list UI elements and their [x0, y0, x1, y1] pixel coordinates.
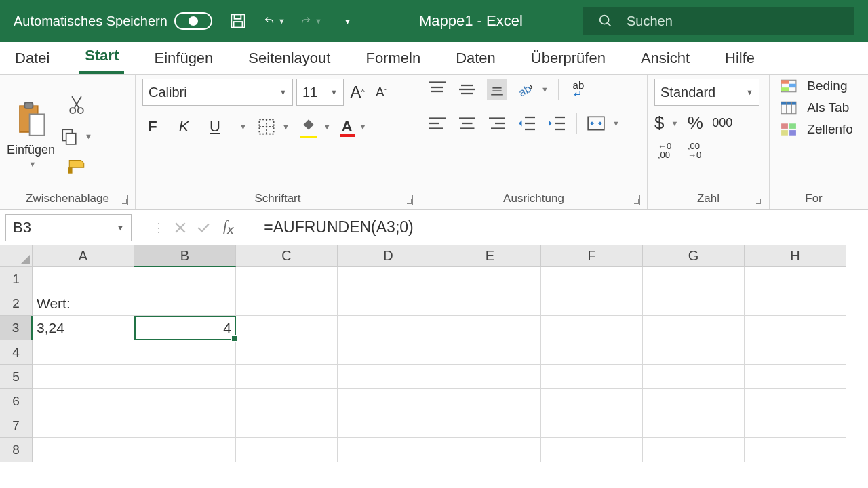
- row-header-7[interactable]: 7: [0, 413, 33, 438]
- number-launcher[interactable]: [752, 195, 762, 205]
- cell-f1[interactable]: [541, 267, 643, 291]
- cell-e5[interactable]: [439, 365, 541, 389]
- cell-f6[interactable]: [541, 389, 643, 413]
- col-header-a[interactable]: A: [33, 245, 134, 267]
- wrap-text-icon[interactable]: ab↵: [568, 79, 589, 100]
- spreadsheet-grid[interactable]: A B C D E F G H 1 2Wert: 33,244 4 5 6 7 …: [0, 245, 868, 462]
- row-header-2[interactable]: 2: [0, 291, 33, 316]
- cell-h1[interactable]: [745, 267, 846, 291]
- cell-d1[interactable]: [338, 267, 439, 291]
- decrease-decimal-icon[interactable]: ,00→0: [684, 140, 705, 161]
- merge-button[interactable]: ▼: [587, 115, 620, 131]
- conditional-format-button[interactable]: Beding: [781, 79, 847, 94]
- cell-e1[interactable]: [439, 267, 541, 291]
- cell-a5[interactable]: [33, 365, 134, 389]
- copy-icon[interactable]: ▼: [60, 127, 92, 145]
- cell-a6[interactable]: [33, 389, 134, 413]
- cell-g5[interactable]: [643, 365, 745, 389]
- save-icon[interactable]: [227, 10, 249, 32]
- cell-d5[interactable]: [338, 365, 439, 389]
- undo-icon[interactable]: ▼: [264, 10, 285, 32]
- cell-h7[interactable]: [745, 413, 846, 438]
- search-box[interactable]: Suchen: [583, 7, 854, 35]
- cell-d8[interactable]: [338, 438, 439, 462]
- tab-formeln[interactable]: Formeln: [360, 49, 426, 74]
- row-header-3[interactable]: 3: [0, 316, 33, 340]
- align-right-icon[interactable]: [487, 113, 507, 134]
- cell-e3[interactable]: [439, 316, 541, 340]
- align-top-icon[interactable]: [427, 79, 448, 100]
- cell-c3[interactable]: [236, 316, 338, 340]
- cell-a4[interactable]: [33, 340, 134, 365]
- format-painter-icon[interactable]: [66, 157, 87, 175]
- name-box[interactable]: B3▼: [5, 214, 132, 241]
- cell-g8[interactable]: [643, 438, 745, 462]
- cell-c8[interactable]: [236, 438, 338, 462]
- align-left-icon[interactable]: [427, 113, 448, 134]
- cell-h5[interactable]: [745, 365, 846, 389]
- paste-button[interactable]: Einfügen ▼: [7, 101, 55, 168]
- align-middle-icon[interactable]: [457, 79, 477, 100]
- row-header-5[interactable]: 5: [0, 365, 33, 389]
- percent-button[interactable]: %: [685, 113, 705, 134]
- tab-ansicht[interactable]: Ansicht: [635, 49, 695, 74]
- cell-b1[interactable]: [134, 267, 236, 291]
- cell-f3[interactable]: [541, 316, 643, 340]
- increase-decimal-icon[interactable]: ←0,00: [654, 140, 675, 161]
- font-launcher[interactable]: [403, 195, 413, 205]
- col-header-e[interactable]: E: [439, 245, 541, 267]
- tab-einfuegen[interactable]: Einfügen: [149, 49, 218, 74]
- cancel-formula-icon[interactable]: [169, 216, 192, 239]
- row-header-8[interactable]: 8: [0, 438, 33, 462]
- cell-f8[interactable]: [541, 438, 643, 462]
- cell-e4[interactable]: [439, 340, 541, 365]
- col-header-h[interactable]: H: [745, 245, 846, 267]
- cell-h6[interactable]: [745, 389, 846, 413]
- decrease-indent-icon[interactable]: [517, 113, 537, 134]
- cell-c1[interactable]: [236, 267, 338, 291]
- cell-g7[interactable]: [643, 413, 745, 438]
- cell-b2[interactable]: [134, 291, 236, 316]
- orientation-button[interactable]: ab▼: [517, 81, 549, 98]
- increase-font-icon[interactable]: A^: [347, 82, 368, 102]
- format-as-table-button[interactable]: Als Tab: [781, 100, 849, 115]
- decrease-font-icon[interactable]: Aˇ: [371, 82, 391, 102]
- cut-icon[interactable]: [68, 95, 85, 115]
- autosave-toggle[interactable]: [174, 12, 212, 30]
- select-all-corner[interactable]: [0, 245, 33, 267]
- cell-c5[interactable]: [236, 365, 338, 389]
- row-header-4[interactable]: 4: [0, 340, 33, 365]
- col-header-f[interactable]: F: [541, 245, 643, 267]
- bold-button[interactable]: F: [142, 117, 163, 137]
- cell-e6[interactable]: [439, 389, 541, 413]
- cell-c7[interactable]: [236, 413, 338, 438]
- italic-button[interactable]: K: [174, 117, 194, 137]
- cell-b6[interactable]: [134, 389, 236, 413]
- cell-e8[interactable]: [439, 438, 541, 462]
- font-name-select[interactable]: Calibri▼: [142, 79, 293, 106]
- font-color-button[interactable]: A▼: [342, 118, 367, 136]
- fill-color-button[interactable]: ▼: [300, 118, 331, 136]
- currency-button[interactable]: $▼: [654, 113, 678, 134]
- tab-daten[interactable]: Daten: [450, 49, 501, 74]
- cell-a2[interactable]: Wert:: [33, 291, 134, 316]
- number-format-select[interactable]: Standard▼: [654, 79, 760, 106]
- cell-d4[interactable]: [338, 340, 439, 365]
- thousands-button[interactable]: 000: [712, 113, 732, 134]
- align-center-icon[interactable]: [457, 113, 477, 134]
- cell-f4[interactable]: [541, 340, 643, 365]
- cell-c6[interactable]: [236, 389, 338, 413]
- cell-a3[interactable]: 3,24: [33, 316, 134, 340]
- cell-b5[interactable]: [134, 365, 236, 389]
- font-size-select[interactable]: 11▼: [296, 79, 344, 106]
- cell-b4[interactable]: [134, 340, 236, 365]
- increase-indent-icon[interactable]: [547, 113, 567, 134]
- formula-input[interactable]: =AUFRUNDEN(A3;0): [258, 218, 863, 237]
- cell-g6[interactable]: [643, 389, 745, 413]
- cell-h8[interactable]: [745, 438, 846, 462]
- cell-f5[interactable]: [541, 365, 643, 389]
- cell-g1[interactable]: [643, 267, 745, 291]
- align-bottom-icon[interactable]: [487, 79, 507, 100]
- align-launcher[interactable]: [630, 195, 640, 205]
- cell-g3[interactable]: [643, 316, 745, 340]
